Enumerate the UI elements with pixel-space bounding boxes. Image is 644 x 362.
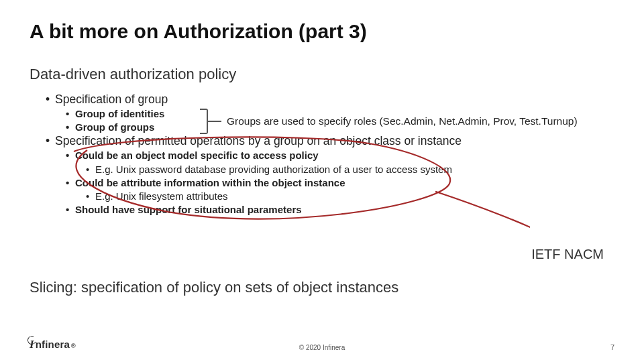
bullet-dot-icon: • xyxy=(46,134,55,149)
bullet-text: Group of groups xyxy=(75,121,154,134)
bullet-should-support: • Should have support for situational pa… xyxy=(66,203,614,217)
infinera-logo: I nfinera ® xyxy=(30,338,76,351)
bullet-dot-icon: • xyxy=(66,203,75,217)
copyright-text: © 2020 Infinera xyxy=(299,344,345,351)
bullet-dot-icon: • xyxy=(66,121,75,134)
logo-registered-icon: ® xyxy=(71,343,76,349)
bullet-text: Could be an object model specific to acc… xyxy=(75,149,319,162)
ellipse-wrap: • Specification of permitted operations … xyxy=(30,134,614,217)
page-number: 7 xyxy=(610,343,614,351)
group-bracket-wrap: • Group of identities • Group of groups … xyxy=(30,107,614,135)
bullet-dot-icon: • xyxy=(86,190,95,203)
bullet-spec-permitted: • Specification of permitted operations … xyxy=(46,134,614,149)
bullet-text: Specification of group xyxy=(55,93,168,107)
bullet-text: Could be attribute information within th… xyxy=(75,176,345,190)
ietf-nacm-label: IETF NACM xyxy=(531,247,604,262)
bracket-tail-icon xyxy=(208,121,221,122)
slide-title: A bit more on Authorization (part 3) xyxy=(30,20,614,43)
bullet-could-attr-info: • Could be attribute information within … xyxy=(66,176,614,190)
bullet-dot-icon: • xyxy=(46,93,55,107)
bullet-text: Should have support for situational para… xyxy=(75,203,302,217)
bullet-dot-icon: • xyxy=(66,107,75,121)
bullet-eg-unix-pass: • E.g. Unix password database providing … xyxy=(86,163,614,176)
logo-mark-icon: I xyxy=(30,338,34,351)
bullet-spec-group: • Specification of group xyxy=(46,93,614,107)
bullet-could-obj-model: • Could be an object model specific to a… xyxy=(66,149,614,162)
bullet-dot-icon: • xyxy=(66,149,75,162)
bullet-text: E.g. Unix filesystem attributes xyxy=(95,190,228,203)
bullet-text: E.g. Unix password database providing au… xyxy=(95,163,452,176)
slide: A bit more on Authorization (part 3) Dat… xyxy=(0,0,644,362)
subtitle-policy: Data-driven authorization policy xyxy=(30,66,614,83)
bullet-text: Specification of permitted operations by… xyxy=(55,134,462,149)
bracket-icon xyxy=(200,109,208,134)
logo-word: nfinera xyxy=(36,339,70,350)
bullet-dot-icon: • xyxy=(66,176,75,190)
bracket-note: Groups are used to specify roles (Sec.Ad… xyxy=(227,115,578,127)
bullet-text: Group of identities xyxy=(75,107,164,121)
bullet-eg-unix-fs: • E.g. Unix filesystem attributes xyxy=(86,190,614,203)
bullet-dot-icon: • xyxy=(86,163,95,176)
subtitle-slicing: Slicing: specification of policy on sets… xyxy=(30,279,398,296)
